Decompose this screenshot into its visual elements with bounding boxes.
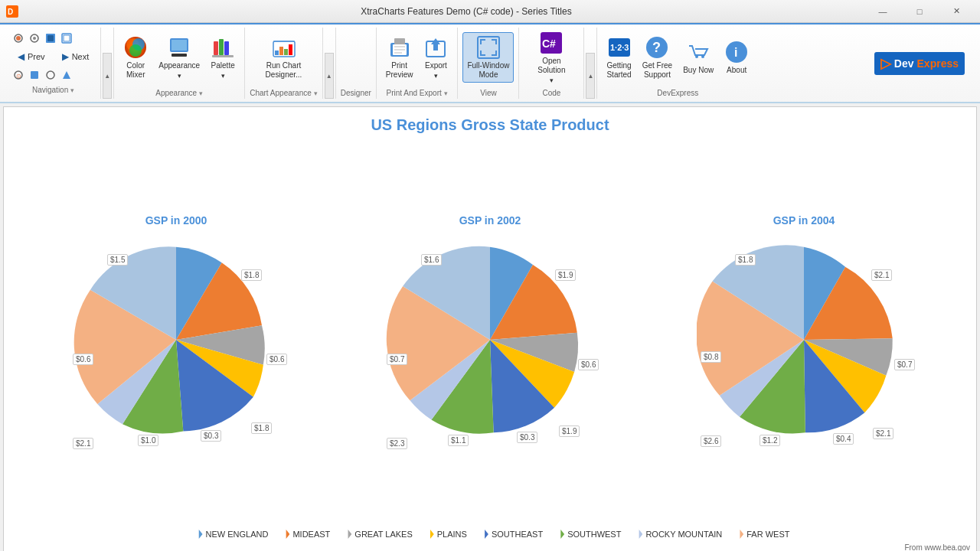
- icon-7: [44, 69, 57, 81]
- label-2004-7: $0.8: [701, 351, 721, 363]
- svg-rect-30: [289, 44, 292, 55]
- run-chart-designer-icon: [272, 35, 296, 60]
- chart-appearance-group-content: Run ChartDesigner...: [261, 28, 307, 87]
- ribbon-collapse-btn-3[interactable]: ▲: [586, 53, 595, 99]
- buy-now-svg: [686, 40, 710, 64]
- next-button[interactable]: ▶ Next: [55, 48, 96, 65]
- open-solution-icon: C#: [539, 31, 564, 55]
- buy-now-button[interactable]: Buy Now: [678, 37, 718, 78]
- about-button[interactable]: i About: [720, 37, 753, 78]
- ribbon-group-navigation: ◀ Prev ▶ Next ⊙: [6, 28, 101, 99]
- maximize-button[interactable]: □: [902, 4, 937, 19]
- ribbon: ◀ Prev ▶ Next ⊙: [0, 23, 980, 103]
- svg-text:⊙: ⊙: [16, 73, 21, 80]
- minimize-button[interactable]: —: [865, 4, 900, 19]
- label-2002-1: $1.9: [555, 269, 576, 281]
- footer-credit: From www.bea.gov: [4, 542, 976, 551]
- icon-6: [28, 69, 41, 81]
- legend-color-mideast: [277, 530, 289, 539]
- export-dropdown-icon: ▾: [434, 72, 438, 80]
- nav-small-btn-7[interactable]: [43, 67, 58, 83]
- appearance-button[interactable]: Appearance ▾: [154, 32, 204, 83]
- label-2002-2: $0.6: [578, 359, 599, 370]
- nav-small-btn-5[interactable]: ⊙: [11, 67, 26, 83]
- label-2002-7: $0.7: [387, 354, 407, 365]
- ribbon-expander-3: ▲: [584, 28, 597, 99]
- label-2000-0: $1.5: [107, 254, 128, 266]
- buy-now-label: Buy Now: [683, 66, 714, 75]
- svg-rect-28: [279, 47, 283, 55]
- export-icon: [423, 35, 448, 60]
- csharp-svg: C#: [539, 31, 564, 55]
- getting-started-button[interactable]: 1·2·3 GettingStarted: [602, 32, 635, 83]
- palette-label: Palette: [211, 61, 235, 70]
- nav-small-btn-4[interactable]: [59, 31, 74, 46]
- legend-label-rocky-mountain: ROCKY MOUNTAIN: [645, 530, 722, 539]
- label-2004-4: $0.4: [833, 433, 854, 445]
- legend-item-new-england: NEW ENGLAND: [191, 530, 269, 539]
- palette-button[interactable]: Palette ▾: [206, 32, 240, 83]
- chart-title: US Regions Gross State Product: [4, 107, 976, 137]
- color-mixer-button[interactable]: ColorMixer: [119, 32, 152, 83]
- appearance-expand-icon[interactable]: ▾: [199, 90, 203, 97]
- icon-5: ⊙: [12, 69, 24, 81]
- logo-icon: ▷: [880, 55, 891, 72]
- nav-small-btn-6[interactable]: [27, 67, 42, 83]
- svg-text:D: D: [8, 8, 13, 16]
- legend-item-southwest: SOUTHWEST: [552, 530, 621, 539]
- pie-2000-wrapper: $1.5 $1.8 $0.6 $1.8 $0.3 $1.0 $2.1 $0.6: [69, 233, 283, 447]
- palette-svg: [211, 35, 235, 60]
- close-button[interactable]: ✕: [939, 4, 974, 19]
- legend-label-southwest: SOUTHWEST: [567, 530, 621, 539]
- label-2000-7: $0.6: [73, 354, 93, 365]
- legend-label-new-england: NEW ENGLAND: [206, 530, 269, 539]
- code-group-content: C# Open Solution ▾: [524, 28, 579, 87]
- open-solution-dropdown-icon: ▾: [550, 77, 554, 84]
- logo-express: Express: [917, 57, 959, 70]
- run-chart-designer-label: Run ChartDesigner...: [266, 61, 302, 80]
- devexpress-logo: ▷ DevExpress: [865, 28, 974, 99]
- svg-rect-24: [224, 41, 229, 55]
- color-mixer-svg: [123, 35, 148, 60]
- ribbon-collapse-btn-1[interactable]: ▲: [103, 53, 112, 99]
- legend-item-rocky-mountain: ROCKY MOUNTAIN: [630, 530, 722, 539]
- legend-color-rocky-mountain: [630, 530, 642, 539]
- nav-small-btn-3[interactable]: [43, 31, 58, 46]
- nav-small-btn-1[interactable]: [11, 31, 26, 46]
- full-window-mode-button[interactable]: Full-WindowMode: [462, 32, 514, 83]
- svg-marker-14: [63, 71, 70, 79]
- label-2002-6: $2.3: [387, 438, 407, 449]
- chart-2000-subtitle: GSP in 2000: [145, 214, 207, 227]
- getting-started-label: GettingStarted: [606, 61, 631, 80]
- buy-now-icon: [686, 40, 710, 64]
- nav-small-btn-8[interactable]: [59, 67, 74, 83]
- label-2004-5: $1.2: [760, 435, 780, 446]
- chart-appearance-expand-icon[interactable]: ▾: [314, 90, 318, 97]
- svg-point-3: [16, 36, 21, 41]
- ribbon-group-chart-appearance: Run ChartDesigner... Chart Appearance ▾: [245, 28, 323, 99]
- ribbon-expander-1: ▲: [101, 28, 114, 99]
- label-2004-1: $2.1: [871, 269, 892, 281]
- palette-dropdown-icon: ▾: [221, 72, 225, 80]
- legend-color-great-lakes: [339, 530, 351, 539]
- svg-point-13: [47, 71, 54, 79]
- label-2000-4: $0.3: [201, 430, 221, 442]
- run-chart-designer-button[interactable]: Run ChartDesigner...: [261, 32, 307, 83]
- navigation-expand-icon[interactable]: ▾: [70, 86, 74, 94]
- open-solution-button[interactable]: C# Open Solution ▾: [524, 28, 579, 87]
- print-expand-icon[interactable]: ▾: [444, 90, 448, 97]
- about-svg: i: [724, 40, 749, 64]
- export-button[interactable]: Export ▾: [419, 32, 452, 83]
- prev-button[interactable]: ◀ Prev: [11, 48, 52, 65]
- get-free-support-button[interactable]: ? Get FreeSupport: [638, 32, 677, 83]
- nav-small-btn-2[interactable]: [27, 31, 42, 46]
- ribbon-collapse-btn-2[interactable]: ▲: [325, 53, 334, 99]
- full-window-svg: [476, 35, 501, 60]
- prev-label: Prev: [28, 52, 45, 61]
- print-preview-button[interactable]: PrintPreview: [381, 32, 418, 83]
- svg-point-5: [33, 37, 36, 40]
- print-group-label: Print And Export ▾: [381, 87, 453, 99]
- svg-rect-27: [275, 51, 279, 55]
- chart-designer-svg: [272, 35, 296, 60]
- legend-label-southeast: SOUTHEAST: [492, 530, 543, 539]
